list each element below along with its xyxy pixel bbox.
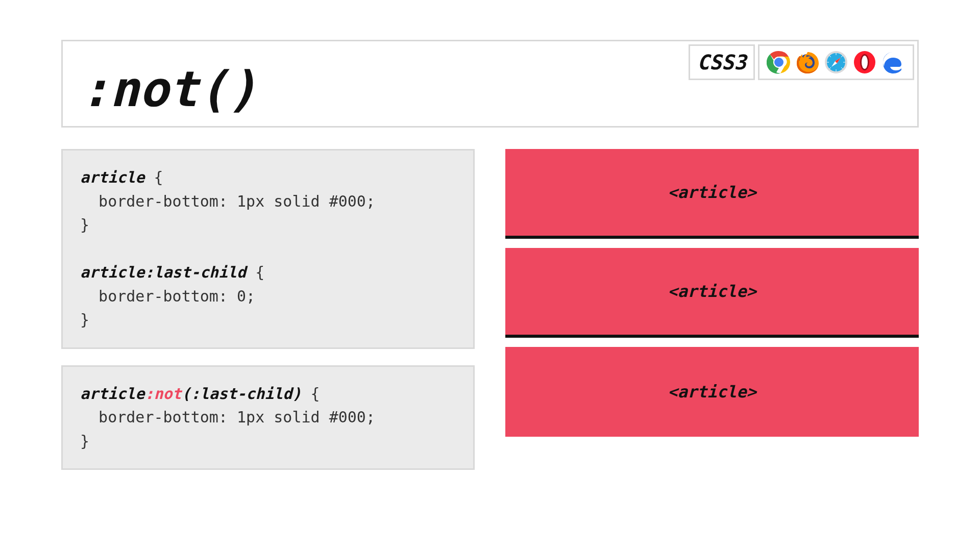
code-box-traditional: article { border-bottom: 1px solid #000;… (61, 149, 475, 349)
demo-article: <article> (505, 248, 919, 338)
opera-icon (852, 50, 877, 74)
code-box-not: article:not(:last-child) { border-bottom… (61, 365, 475, 470)
firefox-icon (795, 50, 820, 74)
slide-root: CSS3 (0, 0, 980, 551)
browser-support-badge (758, 44, 914, 80)
code-column: article { border-bottom: 1px solid #000;… (61, 149, 475, 520)
edge-icon (881, 50, 905, 74)
safari-icon (824, 50, 848, 74)
css-version-badge: CSS3 (689, 44, 755, 80)
svg-point-18 (862, 56, 868, 69)
demo-article: <article> (505, 149, 919, 239)
css-version-label: CSS3 (697, 51, 746, 74)
badges-row: CSS3 (689, 44, 914, 80)
header-box: CSS3 (61, 40, 919, 128)
demo-column: <article> <article> <article> (505, 149, 919, 520)
content-row: article { border-bottom: 1px solid #000;… (61, 149, 919, 520)
page-title: :not() (66, 65, 272, 123)
demo-article: <article> (505, 347, 919, 437)
chrome-icon (767, 50, 791, 74)
